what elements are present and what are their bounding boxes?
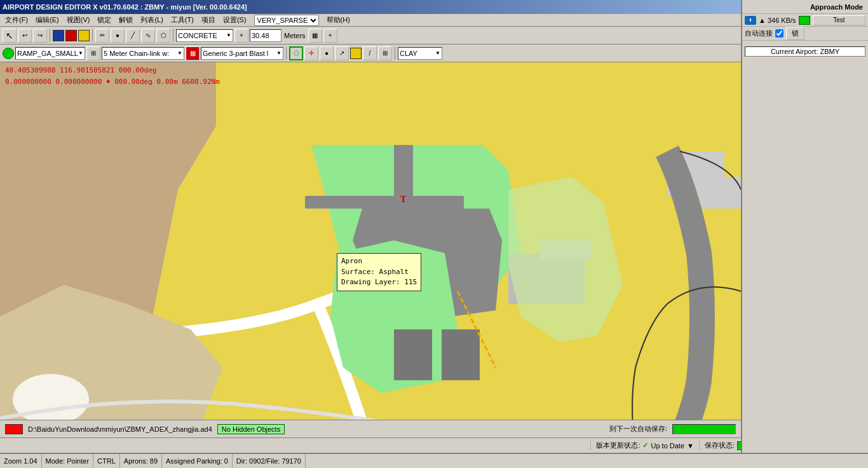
menu-project[interactable]: 项目 <box>198 14 219 26</box>
lock-button[interactable]: 锁 <box>786 27 804 40</box>
menu-file[interactable]: 文件(F) <box>1 14 32 26</box>
current-airport-section: Current Airport: ZBMY <box>742 41 868 62</box>
right-panel-lower <box>741 62 868 453</box>
select-tool-button[interactable]: ↖ <box>3 29 17 43</box>
ctrl-segment: CTRL <box>93 454 120 468</box>
ramp-dropdown[interactable]: RAMP_GA_SMALL ▼ <box>15 47 85 60</box>
hexagon-tool[interactable]: ⬡ <box>289 46 303 60</box>
cross-tool[interactable]: ✛ <box>304 46 318 60</box>
pencil-tool[interactable]: ✏ <box>95 29 109 43</box>
version-update-section: 版本更新状态: ✓ Up to Date ▼ <box>590 441 699 450</box>
svg-rect-16 <box>442 329 480 380</box>
ramp-label: RAMP_GA_SMALL <box>17 50 78 57</box>
network-speed: ▲ 346 KB/s <box>759 17 796 24</box>
redo-button[interactable]: ↪ <box>33 29 47 43</box>
approach-mode-label: Approach Mode <box>742 0 868 14</box>
test-button[interactable]: Test <box>813 15 865 25</box>
svg-rect-3 <box>394 145 413 215</box>
grid2-button[interactable]: ⊞ <box>378 46 392 60</box>
zoom-segment: Zoom 1.04 <box>0 454 42 468</box>
undo-button[interactable]: ↩ <box>18 29 32 43</box>
coords-line1: 40.405309988 116.901505821 000.00deg <box>5 65 220 76</box>
curve-tool[interactable]: ∿ <box>141 29 155 43</box>
menu-list[interactable]: 列表(L) <box>137 14 166 26</box>
version-check: ✓ <box>642 441 648 450</box>
clay-dropdown[interactable]: CLAY ▼ <box>398 47 442 60</box>
auto-connect-checkbox[interactable] <box>775 29 783 38</box>
svg-rect-15 <box>394 329 432 380</box>
map-area[interactable]: T <box>0 62 741 453</box>
color-blue-button[interactable] <box>53 30 64 41</box>
separator1 <box>50 29 50 42</box>
green-circle-indicator <box>3 48 14 59</box>
color-yellow-button[interactable] <box>78 30 90 41</box>
grid-button[interactable]: ⊞ <box>86 46 100 60</box>
menu-view[interactable]: 视图(V) <box>63 14 94 26</box>
separator-t2b <box>395 47 395 60</box>
version-label: 版本更新状态: <box>596 441 640 450</box>
clay-label: CLAY <box>400 50 435 57</box>
concrete-label: CONCRETE <box>178 32 226 39</box>
auto-connect-label: 自动连接 <box>745 29 773 38</box>
tooltip-line2: Surface: Asphalt <box>341 267 417 278</box>
concrete-plus[interactable]: + <box>234 29 248 43</box>
arrow-tool[interactable]: ↗ <box>335 46 349 60</box>
ctrl-label: CTRL <box>97 457 116 465</box>
svg-marker-18 <box>508 177 623 342</box>
menu-tools[interactable]: 工具(T) <box>167 14 198 26</box>
tooltip: Apron Surface: Asphalt Drawing Layer: 11… <box>337 253 421 291</box>
svg-text:T: T <box>400 195 407 204</box>
coords-line2: 0.000000000 0.000000000 ♦ 000.00deg 0.00… <box>5 76 220 88</box>
bottom-status-bar: Zoom 1.04 Mode: Pointer CTRL Aprons: 89 … <box>0 453 868 468</box>
blast-dropdown[interactable]: Generic 3-part Blast l ▼ <box>201 47 283 60</box>
menu-settings[interactable]: 设置(S) <box>219 14 250 26</box>
svg-rect-11 <box>699 177 741 209</box>
chain-dropdown[interactable]: 5 Meter Chain-link w: ▼ <box>102 47 184 60</box>
map-canvas[interactable]: T <box>0 62 741 453</box>
concrete-dropdown[interactable]: CONCRETE ▼ <box>176 29 233 42</box>
network-speed-row: ⬆ ▲ 346 KB/s Test <box>742 14 868 27</box>
hidden-objects-label: No Hidden Objects <box>217 424 285 434</box>
line-tool[interactable]: ╱ <box>126 29 140 43</box>
pattern-button[interactable]: ▦ <box>186 46 200 60</box>
dot-tool[interactable]: ● <box>111 29 125 43</box>
parking-segment: Assigned Parking: 0 <box>162 454 233 468</box>
mode-label: Mode: Pointer <box>46 457 89 465</box>
error-indicator <box>5 424 23 434</box>
network-icon: ⬆ <box>745 16 756 25</box>
auto-connect-section: 自动连接 锁 <box>742 27 868 41</box>
menu-unlock[interactable]: 解锁 <box>115 14 137 26</box>
aprons-segment: Aprons: 89 <box>120 454 162 468</box>
ruler-button[interactable]: ▦ <box>308 29 322 43</box>
unit-label: Meters <box>283 32 307 39</box>
sparse-select[interactable]: VERY_SPARSE <box>254 15 319 26</box>
autosave-bar: D:\BaiduYunDownload\mmiyun\ZBMY_ADEX_zha… <box>0 420 741 437</box>
poly-tool[interactable]: ⬠ <box>156 29 170 43</box>
dir-label: Dir: 0902/File: 79170 <box>236 457 301 465</box>
circle-tool[interactable]: ● <box>320 46 334 60</box>
plus-button[interactable]: + <box>323 29 337 43</box>
value-input[interactable] <box>250 29 281 42</box>
save-status-label: 保存状态: <box>705 441 735 450</box>
aprons-label: Aprons: 89 <box>124 457 158 465</box>
menu-edit[interactable]: 编辑(E) <box>32 14 63 26</box>
concrete-dropdown-arrow: ▼ <box>226 32 231 38</box>
menu-sparse[interactable]: VERY_SPARSE <box>250 13 323 27</box>
coordinates-display: 40.405309988 116.901505821 000.00deg 0.0… <box>5 65 220 87</box>
diagonal-line-tool[interactable]: / <box>363 46 377 60</box>
yellow-square-indicator[interactable] <box>350 48 362 59</box>
version-status: Up to Date <box>651 442 684 450</box>
menu-bar: 文件(F) 编辑(E) 视图(V) 锁定 解锁 列表(L) 工具(T) 项目 设… <box>0 14 868 27</box>
blast-label: Generic 3-part Blast l <box>203 50 276 57</box>
title-text: AIRPORT DESIGN EDITOR X v01.70.6042 : ZB… <box>3 3 247 11</box>
menu-help[interactable]: 帮助(H) <box>323 14 354 26</box>
menu-lock[interactable]: 锁定 <box>93 14 115 26</box>
separator-t2 <box>286 47 287 60</box>
top-right-panel: Approach Mode ⬆ ▲ 346 KB/s Test 自动连接 锁 C… <box>741 0 868 62</box>
version-dropdown-arrow[interactable]: ▼ <box>687 442 694 450</box>
green-square <box>799 16 810 25</box>
separator2 <box>92 29 93 42</box>
color-red-button[interactable] <box>65 30 77 41</box>
parking-label: Assigned Parking: 0 <box>166 457 228 465</box>
mode-segment: Mode: Pointer <box>42 454 93 468</box>
